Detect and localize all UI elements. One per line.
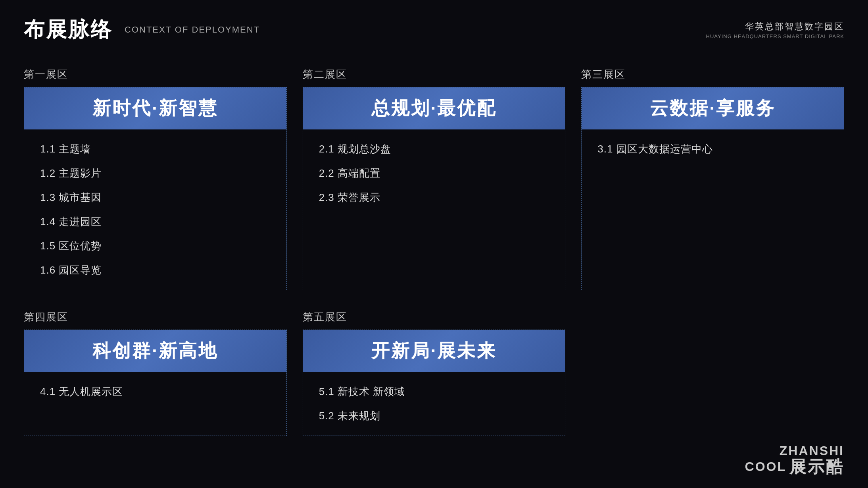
zone-5-card: 开新局·展未来 5.1 新技术 新领域5.2 未来规划 [303, 330, 566, 436]
list-item: 2.1 规划总沙盘 [319, 141, 549, 157]
brand-name-en: HUAYING HEADQUARTERS SMART DIGITAL PARK [706, 33, 844, 39]
page-header: 布展脉络 CONTEXT OF DEPLOYMENT 华英总部智慧数字园区 HU… [0, 0, 868, 44]
zone-4-card: 科创群·新高地 4.1 无人机展示区 [24, 330, 287, 436]
zone-3-header: 云数据·享服务 [582, 87, 844, 129]
zone-5-header: 开新局·展未来 [303, 330, 565, 372]
footer-brand-en: ZHANSHI COOL 展示酷 [745, 444, 844, 476]
zone-3-body: 3.1 园区大数据运营中心 [582, 129, 844, 290]
list-item: 2.2 高端配置 [319, 166, 549, 181]
zone-4: 第四展区 科创群·新高地 4.1 无人机展示区 [24, 310, 287, 436]
page-footer: ZHANSHI COOL 展示酷 [745, 444, 844, 476]
zone-2-body: 2.1 规划总沙盘2.2 高端配置2.3 荣誉展示 [303, 129, 565, 290]
zone-1-body: 1.1 主题墙1.2 主题影片1.3 城市基因1.4 走进园区1.5 区位优势1… [24, 129, 286, 290]
zone-1: 第一展区 新时代·新智慧 1.1 主题墙1.2 主题影片1.3 城市基因1.4 … [24, 68, 287, 290]
zone-4-label: 第四展区 [24, 310, 287, 324]
zone-5: 第五展区 开新局·展未来 5.1 新技术 新领域5.2 未来规划 [303, 310, 566, 436]
zone-5-title: 开新局·展未来 [371, 340, 497, 361]
zone-4-header: 科创群·新高地 [24, 330, 286, 372]
zone-2: 第二展区 总规划·最优配 2.1 规划总沙盘2.2 高端配置2.3 荣誉展示 [303, 68, 566, 290]
list-item: 4.1 无人机展示区 [40, 384, 271, 399]
top-row: 第一展区 新时代·新智慧 1.1 主题墙1.2 主题影片1.3 城市基因1.4 … [24, 68, 844, 290]
list-item: 1.1 主题墙 [40, 141, 271, 157]
page-title-zh: 布展脉络 [24, 16, 113, 44]
zone-1-title: 新时代·新智慧 [92, 98, 218, 118]
zone-4-title: 科创群·新高地 [92, 340, 218, 361]
footer-brand-en-bottom: COOL [745, 460, 786, 474]
list-item: 5.2 未来规划 [319, 408, 549, 424]
zone-3-card: 云数据·享服务 3.1 园区大数据运营中心 [581, 87, 844, 290]
zone-1-label: 第一展区 [24, 68, 287, 81]
zone-3-title: 云数据·享服务 [650, 98, 776, 118]
zone-2-card: 总规划·最优配 2.1 规划总沙盘2.2 高端配置2.3 荣誉展示 [303, 87, 566, 290]
zone-1-header: 新时代·新智慧 [24, 87, 286, 129]
list-item: 1.3 城市基因 [40, 190, 271, 205]
zone-2-label: 第二展区 [303, 68, 566, 81]
list-item: 5.1 新技术 新领域 [319, 384, 549, 399]
list-item: 1.2 主题影片 [40, 166, 271, 181]
zone-3-label: 第三展区 [581, 68, 844, 81]
list-item: 1.5 区位优势 [40, 238, 271, 254]
footer-brand-en-top: ZHANSHI [745, 444, 844, 458]
zone-5-body: 5.1 新技术 新领域5.2 未来规划 [303, 372, 565, 436]
footer-brand-container: ZHANSHI COOL 展示酷 [745, 444, 844, 476]
header-divider [276, 30, 698, 30]
list-item: 1.4 走进园区 [40, 214, 271, 230]
zone-4-body: 4.1 无人机展示区 [24, 372, 286, 436]
footer-brand-zh: 展示酷 [789, 458, 844, 476]
zone-2-header: 总规划·最优配 [303, 87, 565, 129]
zone-2-title: 总规划·最优配 [371, 98, 497, 118]
zone-5-label: 第五展区 [303, 310, 566, 324]
main-content: 第一展区 新时代·新智慧 1.1 主题墙1.2 主题影片1.3 城市基因1.4 … [0, 44, 868, 448]
list-item: 1.6 园区导览 [40, 262, 271, 278]
page-title-en: CONTEXT OF DEPLOYMENT [125, 25, 260, 35]
zone-1-card: 新时代·新智慧 1.1 主题墙1.2 主题影片1.3 城市基因1.4 走进园区1… [24, 87, 287, 290]
list-item: 3.1 园区大数据运营中心 [597, 141, 828, 157]
brand-name-zh: 华英总部智慧数字园区 [706, 21, 844, 33]
list-item: 2.3 荣誉展示 [319, 190, 549, 205]
header-brand: 华英总部智慧数字园区 HUAYING HEADQUARTERS SMART DI… [706, 21, 844, 39]
bottom-row: 第四展区 科创群·新高地 4.1 无人机展示区 第五展区 开新局·展未来 5.1… [24, 310, 844, 436]
zone-3: 第三展区 云数据·享服务 3.1 园区大数据运营中心 [581, 68, 844, 290]
